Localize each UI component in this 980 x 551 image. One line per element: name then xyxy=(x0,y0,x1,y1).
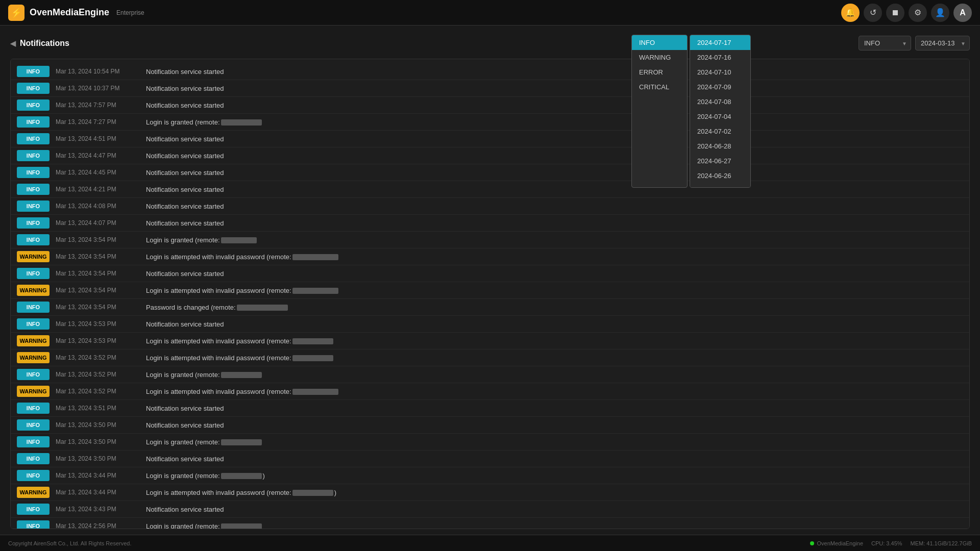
date-option[interactable]: 2024-07-10 xyxy=(690,65,750,80)
notifications-icon-btn[interactable]: 🔔 xyxy=(841,4,860,22)
notification-row: INFO Mar 13, 2024 3:43 PM Notification s… xyxy=(11,501,969,518)
status-dot-icon xyxy=(810,541,814,545)
level-dropdown: INFO WARNING ERROR CRITICAL xyxy=(631,35,688,188)
notif-message: Notification service started xyxy=(146,135,963,143)
level-badge: INFO xyxy=(17,302,50,313)
footer-stats: OvenMediaEngine CPU: 3.45% MEM: 41.1GiB/… xyxy=(810,540,972,546)
level-badge: WARNING xyxy=(17,386,50,397)
notification-row: INFO Mar 13, 2024 7:27 PM Login is grant… xyxy=(11,114,969,131)
notif-message: Notification service started xyxy=(146,320,963,328)
notification-row: WARNING Mar 13, 2024 3:54 PM Login is at… xyxy=(11,248,969,265)
level-option-critical[interactable]: CRITICAL xyxy=(632,80,687,94)
notif-time: Mar 13, 2024 3:53 PM xyxy=(56,320,140,328)
date-filter-select[interactable]: 2024-03-13 xyxy=(915,36,970,51)
notif-time: Mar 13, 2024 3:54 PM xyxy=(56,236,140,243)
notif-time: Mar 13, 2024 10:54 PM xyxy=(56,68,140,75)
notification-row: WARNING Mar 13, 2024 3:52 PM Login is at… xyxy=(11,349,969,366)
notif-time: Mar 13, 2024 3:51 PM xyxy=(56,405,140,412)
notif-message: Login is attempted with invalid password… xyxy=(146,337,963,345)
notif-time: Mar 13, 2024 3:50 PM xyxy=(56,438,140,445)
notif-message: Notification service started xyxy=(146,68,963,76)
notification-row: INFO Mar 13, 2024 4:07 PM Notification s… xyxy=(11,215,969,232)
notif-time: Mar 13, 2024 4:47 PM xyxy=(56,152,140,159)
notif-time: Mar 13, 2024 10:37 PM xyxy=(56,85,140,92)
date-option[interactable]: 2024-07-02 xyxy=(690,124,750,139)
notif-message: Notification service started xyxy=(146,421,963,429)
header: ⚡ OvenMediaEngine Enterprise 🔔 ↺ ⏹ ⚙ 👤 A xyxy=(0,0,980,26)
notification-row: WARNING Mar 13, 2024 3:53 PM Login is at… xyxy=(11,333,969,349)
date-option[interactable]: 2024-07-08 xyxy=(690,94,750,109)
date-option[interactable]: 2024-07-16 xyxy=(690,50,750,65)
level-option-info[interactable]: INFO xyxy=(632,35,687,50)
date-option[interactable]: 2024-06-27 xyxy=(690,154,750,168)
notification-row: WARNING Mar 13, 2024 3:52 PM Login is at… xyxy=(11,383,969,400)
notif-time: Mar 13, 2024 3:52 PM xyxy=(56,371,140,378)
refresh-icon-btn[interactable]: ↺ xyxy=(864,4,882,22)
logo-icon: ⚡ xyxy=(8,5,24,21)
date-option[interactable]: 2024-06-28 xyxy=(690,139,750,154)
app-status-name: OvenMediaEngine xyxy=(817,540,864,546)
notification-row: INFO Mar 13, 2024 10:37 PM Notification … xyxy=(11,80,969,97)
page-header: ◀ Notifications INFO WARNING ERROR CRITI… xyxy=(10,36,970,51)
notif-message: Login is granted (remote: xyxy=(146,236,963,244)
level-filter-select[interactable]: INFO WARNING ERROR CRITICAL xyxy=(859,36,911,51)
level-badge: INFO xyxy=(17,167,50,178)
notification-row: INFO Mar 13, 2024 4:47 PM Notification s… xyxy=(11,147,969,164)
notif-message: Login is granted (remote: xyxy=(146,522,963,530)
notif-time: Mar 13, 2024 3:54 PM xyxy=(56,253,140,260)
level-badge: INFO xyxy=(17,504,50,515)
notif-time: Mar 13, 2024 2:56 PM xyxy=(56,522,140,529)
level-badge: INFO xyxy=(17,318,50,330)
level-badge: WARNING xyxy=(17,352,50,363)
notif-message: Login is attempted with invalid password… xyxy=(146,489,963,496)
notif-time: Mar 13, 2024 7:27 PM xyxy=(56,118,140,126)
notif-time: Mar 13, 2024 3:44 PM xyxy=(56,472,140,479)
notif-time: Mar 13, 2024 3:52 PM xyxy=(56,354,140,361)
settings-icon-btn[interactable]: ⚙ xyxy=(909,4,927,22)
notif-time: Mar 13, 2024 4:07 PM xyxy=(56,219,140,227)
date-option[interactable]: 2024-07-04 xyxy=(690,109,750,124)
level-badge: INFO xyxy=(17,268,50,279)
profile-icon-btn[interactable]: 👤 xyxy=(931,4,949,22)
level-badge: INFO xyxy=(17,520,50,529)
notification-row: INFO Mar 13, 2024 3:53 PM Notification s… xyxy=(11,316,969,333)
level-badge: INFO xyxy=(17,133,50,144)
level-option-warning[interactable]: WARNING xyxy=(632,50,687,65)
avatar-btn[interactable]: A xyxy=(953,4,972,22)
notif-time: Mar 13, 2024 3:52 PM xyxy=(56,388,140,395)
stream-icon-btn[interactable]: ⏹ xyxy=(886,4,904,22)
level-badge: INFO xyxy=(17,436,50,447)
level-badge: INFO xyxy=(17,403,50,414)
notif-message: Notification service started xyxy=(146,169,963,177)
level-badge: INFO xyxy=(17,201,50,212)
notif-message: Notification service started xyxy=(146,405,963,412)
level-option-error[interactable]: ERROR xyxy=(632,65,687,80)
page-title-area: ◀ Notifications xyxy=(10,39,69,48)
date-option[interactable]: 2024-06-26 xyxy=(690,168,750,183)
notif-time: Mar 13, 2024 3:54 PM xyxy=(56,270,140,277)
logo-area: ⚡ OvenMediaEngine Enterprise xyxy=(8,5,841,21)
notif-time: Mar 13, 2024 3:54 PM xyxy=(56,304,140,311)
notification-row: WARNING Mar 13, 2024 3:44 PM Login is at… xyxy=(11,484,969,501)
notif-message: Notification service started xyxy=(146,85,963,92)
level-badge: WARNING xyxy=(17,335,50,346)
notif-message: Login is attempted with invalid password… xyxy=(146,253,963,261)
notif-time: Mar 13, 2024 3:44 PM xyxy=(56,489,140,496)
notification-row: INFO Mar 13, 2024 3:50 PM Notification s… xyxy=(11,417,969,434)
back-arrow-icon[interactable]: ◀ xyxy=(10,39,16,47)
level-badge: INFO xyxy=(17,453,50,464)
date-option[interactable]: 2024-07-17 xyxy=(690,35,750,50)
date-dropdown: 2024-07-172024-07-162024-07-102024-07-09… xyxy=(690,35,751,188)
date-option[interactable]: 2024-06-25 xyxy=(690,183,750,188)
notifications-container: INFO Mar 13, 2024 10:54 PM Notification … xyxy=(10,59,970,529)
notif-message: Notification service started xyxy=(146,270,963,278)
level-badge: INFO xyxy=(17,234,50,245)
filter-controls: INFO WARNING ERROR CRITICAL 2024-03-13 xyxy=(859,36,970,51)
level-badge: INFO xyxy=(17,83,50,94)
notif-message: Login is granted (remote: xyxy=(146,371,963,379)
date-option[interactable]: 2024-07-09 xyxy=(690,80,750,94)
notif-time: Mar 13, 2024 3:53 PM xyxy=(56,337,140,344)
notification-row: INFO Mar 13, 2024 3:54 PM Notification s… xyxy=(11,265,969,282)
app-status: OvenMediaEngine xyxy=(810,540,864,546)
notif-message: Password is changed (remote: xyxy=(146,304,963,311)
